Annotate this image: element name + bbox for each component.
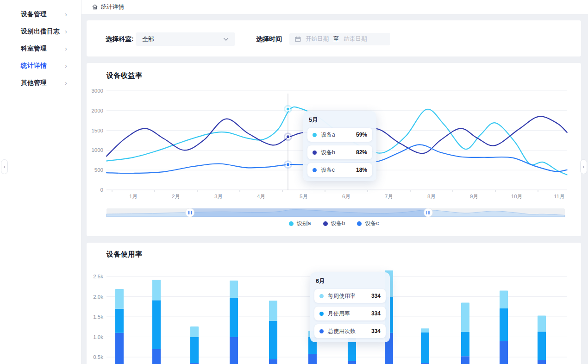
tooltip-row-value: 334 xyxy=(371,328,381,334)
revenue-tooltip: 5月 设备a59%设备b82%设备c18% xyxy=(303,111,376,181)
tooltip-row-value: 18% xyxy=(356,167,367,173)
tooltip-title: 5月 xyxy=(309,116,372,124)
svg-text:9月: 9月 xyxy=(470,194,478,199)
chevron-down-icon xyxy=(223,38,229,41)
filter-card: 选择科室: 全部 选择时间 开始日期 至 结束日期 xyxy=(87,20,581,56)
datazoom-handle-left[interactable] xyxy=(186,208,194,217)
svg-text:11月: 11月 xyxy=(554,194,564,199)
legend-dot-icon xyxy=(323,221,328,226)
department-label: 选择科室: xyxy=(106,35,134,44)
tooltip-row-value: 334 xyxy=(371,293,381,299)
tooltip-row-value: 59% xyxy=(356,132,367,138)
sidebar-item-3[interactable]: 统计详情› xyxy=(0,57,81,74)
sidebar-item-label: 科室管理 xyxy=(21,44,65,53)
date-range-picker[interactable]: 开始日期 至 结束日期 xyxy=(289,33,390,45)
usage-bar-5[interactable] xyxy=(269,301,277,364)
sidebar-item-label: 统计详情 xyxy=(21,62,65,70)
sidebar-item-4[interactable]: 其他管理› xyxy=(0,74,81,91)
svg-text:7月: 7月 xyxy=(385,194,393,199)
tooltip-row-label: 设备a xyxy=(321,131,350,139)
svg-text:3月: 3月 xyxy=(214,194,223,199)
tooltip-row: 设备a59% xyxy=(307,128,372,142)
tooltip-row: 每周使用率334 xyxy=(314,289,386,303)
tooltip-row-value: 82% xyxy=(356,149,367,156)
usage-bar-1[interactable] xyxy=(115,289,124,364)
svg-text:6月: 6月 xyxy=(342,194,350,199)
svg-text:2000: 2000 xyxy=(91,108,103,113)
breadcrumb[interactable]: 统计详情 xyxy=(101,3,124,11)
legend-item-1[interactable]: 设备b xyxy=(323,220,345,227)
start-date-input[interactable]: 开始日期 xyxy=(306,35,329,43)
usage-bar-12[interactable] xyxy=(538,315,546,364)
tooltip-row-value: 334 xyxy=(371,310,381,317)
svg-text:3000: 3000 xyxy=(91,88,103,94)
topbar: 统计详情 xyxy=(81,0,588,14)
legend-item-label: 设备b xyxy=(331,220,345,227)
chevron-right-icon: › xyxy=(65,44,67,52)
svg-text:1000: 1000 xyxy=(91,147,103,153)
tooltip-row: 月使用率334 xyxy=(314,307,386,320)
legend-dot-icon xyxy=(289,221,294,226)
usage-bar-3[interactable] xyxy=(190,326,199,364)
sidebar-item-label: 设别出借日志 xyxy=(21,27,65,36)
usage-bar-4[interactable] xyxy=(230,281,238,364)
series-dot-icon xyxy=(313,151,317,155)
usage-bar-9[interactable] xyxy=(421,328,429,364)
tooltip-row: 设备c18% xyxy=(307,163,372,177)
expand-right-panel-button[interactable]: ‹ xyxy=(580,159,587,174)
chevron-right-icon: › xyxy=(65,79,67,87)
svg-text:1500: 1500 xyxy=(91,128,103,133)
range-separator: 至 xyxy=(333,35,339,43)
tooltip-row: 总使用次数334 xyxy=(314,324,386,338)
calendar-icon xyxy=(295,36,301,42)
legend-item-0[interactable]: 设别a xyxy=(289,220,311,227)
tooltip-row-label: 每周使用率 xyxy=(328,292,365,300)
time-label: 选择时间 xyxy=(256,35,282,44)
usage-bar-2[interactable] xyxy=(152,280,161,364)
svg-text:4月: 4月 xyxy=(257,194,265,199)
chevron-right-icon: › xyxy=(65,10,67,18)
sidebar-item-0[interactable]: 设备管理› xyxy=(0,6,81,23)
tooltip-row-label: 总使用次数 xyxy=(328,327,365,335)
chevron-right-icon: › xyxy=(65,62,67,69)
tooltip-title: 6月 xyxy=(316,277,386,285)
svg-text:10月: 10月 xyxy=(511,194,522,199)
usage-bar-11[interactable] xyxy=(500,290,508,364)
tooltip-row-label: 月使用率 xyxy=(328,310,365,318)
legend-dot-icon xyxy=(357,221,362,226)
sidebar-item-label: 设备管理 xyxy=(21,10,65,19)
series-dot-icon xyxy=(319,294,324,298)
series-dot-icon xyxy=(313,168,317,172)
usage-bar-10[interactable] xyxy=(461,303,469,364)
svg-text:2.0k: 2.0k xyxy=(93,294,103,300)
series-dot-icon xyxy=(313,133,317,137)
svg-text:5月: 5月 xyxy=(300,194,308,199)
department-select-value: 全部 xyxy=(142,35,223,44)
chevron-right-icon: › xyxy=(65,27,67,35)
series-dot-icon xyxy=(319,329,324,333)
svg-text:500: 500 xyxy=(94,167,103,173)
svg-text:1.0k: 1.0k xyxy=(93,334,103,340)
home-icon xyxy=(92,4,98,10)
revenue-chart-card: 设备收益率 300020001500100050001月2月3月4月5月6月7月… xyxy=(87,63,581,236)
legend-item-label: 设别a xyxy=(297,220,311,227)
chart-legend: 设别a设备b设备c xyxy=(87,220,581,227)
svg-text:1月: 1月 xyxy=(129,194,138,199)
expand-left-panel-button[interactable]: › xyxy=(1,159,8,174)
datazoom-handle-right[interactable] xyxy=(424,208,432,217)
end-date-input[interactable]: 结束日期 xyxy=(344,35,367,43)
svg-text:8月: 8月 xyxy=(427,194,436,199)
svg-text:0.5k: 0.5k xyxy=(93,354,103,360)
tooltip-row: 设备b82% xyxy=(307,145,372,159)
legend-item-2[interactable]: 设备c xyxy=(357,220,379,227)
tooltip-row-label: 设备c xyxy=(321,166,350,174)
usage-chart-card: 设备使用率 2.5k2.0k1.5k1.0k0.5k 6月 每周使用率334月使… xyxy=(87,243,581,364)
series-dot-icon xyxy=(319,312,324,316)
sidebar-item-1[interactable]: 设别出借日志› xyxy=(0,23,81,40)
department-select[interactable]: 全部 xyxy=(136,32,235,46)
sidebar-item-2[interactable]: 科室管理› xyxy=(0,40,81,57)
tooltip-row-label: 设备b xyxy=(321,149,350,157)
legend-item-label: 设备c xyxy=(365,220,379,227)
sidebar-item-label: 其他管理 xyxy=(21,79,65,87)
svg-text:1.5k: 1.5k xyxy=(93,314,103,320)
